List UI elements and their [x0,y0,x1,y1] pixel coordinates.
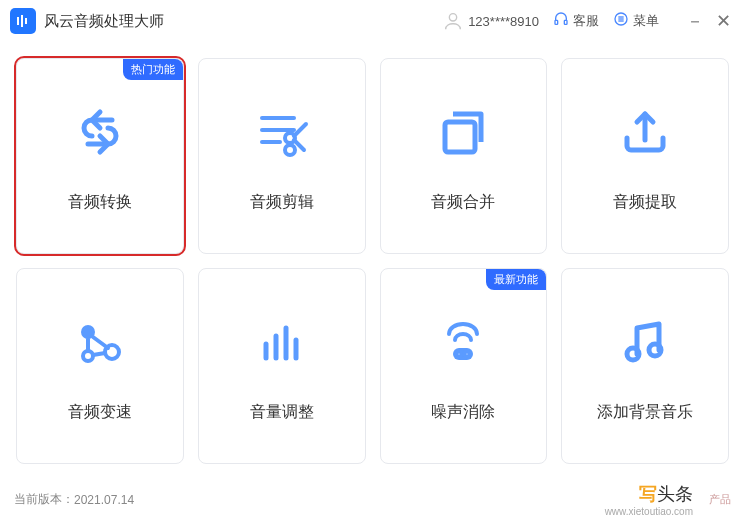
card-label: 音频提取 [613,192,677,213]
customer-service-link[interactable]: 客服 [573,12,599,30]
svg-line-27 [93,353,105,355]
card-label: 音频转换 [68,192,132,213]
card-label: 音量调整 [250,402,314,423]
card-audio-cut[interactable]: 音频剪辑 [198,58,366,254]
svg-point-34 [465,351,470,356]
card-audio-convert[interactable]: 热门功能 音频转换 [16,58,184,254]
card-label: 音频合并 [431,192,495,213]
card-label: 添加背景音乐 [597,402,693,423]
svg-rect-4 [555,20,558,24]
speed-icon [68,310,132,374]
menu-link[interactable]: 菜单 [633,12,659,30]
card-label: 音频剪辑 [250,192,314,213]
new-badge: 最新功能 [486,269,546,290]
svg-rect-5 [564,20,567,24]
music-icon [613,310,677,374]
convert-icon [68,100,132,164]
card-volume-adjust[interactable]: 音量调整 [198,268,366,464]
svg-rect-2 [25,18,27,24]
volume-icon [250,310,314,374]
footer-bar: 当前版本： 2021.07.14 写头条 www.xietoutiao.com … [14,482,731,517]
close-button[interactable]: ✕ [711,9,735,33]
noise-icon [431,310,495,374]
svg-rect-0 [17,17,19,25]
card-label: 噪声消除 [431,402,495,423]
card-audio-extract[interactable]: 音频提取 [561,58,729,254]
card-audio-merge[interactable]: 音频合并 [380,58,548,254]
svg-rect-19 [445,122,475,152]
svg-rect-1 [21,15,23,27]
version-label: 当前版本： [14,491,74,508]
version-value: 2021.07.14 [74,493,134,507]
avatar-icon[interactable] [442,10,464,32]
cut-icon [250,100,314,164]
product-link[interactable]: 产品 [709,492,731,507]
watermark-prefix: 写 [639,484,657,504]
extract-icon [613,100,677,164]
svg-point-3 [449,14,456,21]
title-bar: 风云音频处理大师 123****8910 客服 菜单 － ✕ [0,0,745,42]
minimize-button[interactable]: － [683,9,707,33]
hot-badge: 热门功能 [123,59,183,80]
card-label: 音频变速 [68,402,132,423]
feature-grid: 热门功能 音频转换 音频剪辑 音频合并 音频提取 音频变速 音量调整 [0,42,745,480]
merge-icon [431,100,495,164]
app-logo-icon [10,8,36,34]
menu-icon[interactable] [613,11,629,31]
phone-number[interactable]: 123****8910 [468,14,539,29]
card-noise-remove[interactable]: 最新功能 噪声消除 [380,268,548,464]
app-title: 风云音频处理大师 [44,12,164,31]
card-add-bgm[interactable]: 添加背景音乐 [561,268,729,464]
svg-line-24 [93,337,108,348]
watermark-text: 头条 [657,484,693,504]
watermark: 写头条 www.xietoutiao.com [605,482,693,517]
watermark-url: www.xietoutiao.com [605,506,693,517]
svg-point-36 [649,344,661,356]
svg-point-33 [457,351,462,356]
svg-point-35 [627,348,639,360]
headset-icon[interactable] [553,11,569,31]
card-audio-speed[interactable]: 音频变速 [16,268,184,464]
